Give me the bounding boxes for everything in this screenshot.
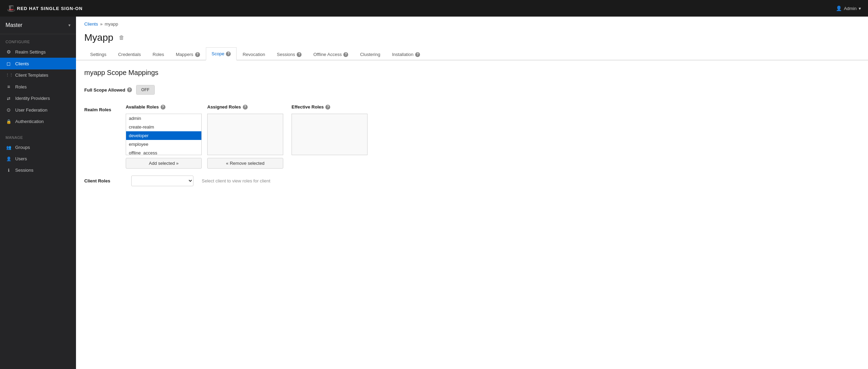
tab-installation[interactable]: Installation ? (386, 48, 426, 60)
configure-section-label: Configure (0, 34, 76, 46)
breadcrumb: Clients » myapp (76, 17, 868, 27)
tab-sessions[interactable]: Sessions ? (271, 48, 308, 60)
roles-icon: ≡ (6, 84, 12, 89)
full-scope-toggle[interactable]: OFF (136, 85, 155, 95)
sidebar-item-realm-settings[interactable]: ⚙ Realm Settings (0, 46, 76, 58)
assigned-roles-col: Assigned Roles ? « Remove selected (207, 104, 283, 169)
groups-icon: 👥 (6, 145, 12, 150)
realm-settings-icon: ⚙ (6, 49, 12, 55)
sidebar-item-label: Client Templates (15, 73, 48, 78)
sidebar-item-label: Identity Providers (15, 96, 50, 101)
tab-clustering[interactable]: Clustering (354, 48, 386, 60)
tab-settings[interactable]: Settings (84, 48, 112, 60)
realm-roles-section: Realm Roles Available Roles ? admin crea… (84, 104, 860, 169)
top-nav: 🎩 RED HAT SINGLE SIGN-ON 👤 Admin ▾ (0, 0, 868, 17)
page-header: Myapp 🗑 (76, 27, 868, 43)
tab-credentials[interactable]: Credentials (112, 48, 147, 60)
sidebar-item-authentication[interactable]: 🔒 Authentication (0, 116, 76, 127)
section-title: myapp Scope Mappings (84, 69, 860, 77)
assigned-roles-header: Assigned Roles ? (207, 104, 283, 110)
sidebar-item-label: Sessions (15, 168, 34, 173)
scope-help-icon: ? (226, 51, 231, 56)
assigned-roles-listbox[interactable] (207, 114, 283, 155)
user-name: Admin (844, 6, 857, 11)
tab-offline-access[interactable]: Offline Access ? (307, 48, 354, 60)
clients-icon: ◻ (6, 61, 12, 66)
trash-icon: 🗑 (119, 35, 124, 40)
user-federation-icon: ⊙ (6, 107, 12, 113)
page-title: Myapp (84, 32, 113, 43)
client-roles-section: Client Roles Select client to view roles… (84, 176, 860, 186)
tab-revocation[interactable]: Revocation (237, 48, 271, 60)
installation-help-icon: ? (415, 52, 420, 57)
assigned-roles-help-icon: ? (243, 105, 248, 110)
sidebar-item-user-federation[interactable]: ⊙ User Federation (0, 104, 76, 116)
client-roles-label: Client Roles (84, 178, 126, 183)
breadcrumb-separator: » (100, 21, 103, 27)
brand-name: RED HAT SINGLE SIGN-ON (17, 6, 83, 11)
client-roles-hint: Select client to view roles for client (202, 178, 270, 183)
effective-roles-help-icon: ? (325, 105, 330, 110)
sidebar-item-label: User Federation (15, 107, 47, 113)
client-roles-dropdown[interactable] (131, 176, 193, 186)
available-roles-header: Available Roles ? (126, 104, 202, 110)
manage-section-label: Manage (0, 130, 76, 142)
effective-roles-col: Effective Roles ? (292, 104, 368, 155)
sidebar-item-roles[interactable]: ≡ Roles (0, 81, 76, 93)
available-roles-col: Available Roles ? admin create-realm dev… (126, 104, 202, 169)
delete-button[interactable]: 🗑 (117, 33, 126, 42)
sessions-icon: ℹ (6, 168, 12, 173)
client-templates-icon: ⋮⋮ (6, 73, 12, 77)
sidebar-item-label: Realm Settings (15, 49, 46, 55)
sidebar-item-identity-providers[interactable]: ⇄ Identity Providers (0, 93, 76, 104)
mappers-help-icon: ? (195, 52, 200, 57)
identity-providers-icon: ⇄ (6, 96, 12, 101)
list-item[interactable]: employee (126, 140, 201, 149)
user-icon: 👤 (836, 6, 842, 11)
list-item[interactable]: offline_access (126, 149, 201, 155)
full-scope-row: Full Scope Allowed ? OFF (84, 85, 860, 95)
offline-access-help-icon: ? (343, 52, 348, 57)
hat-icon: 🎩 (7, 4, 16, 12)
brand-logo: 🎩 RED HAT SINGLE SIGN-ON (7, 4, 83, 12)
full-scope-help-icon: ? (127, 87, 132, 92)
user-dropdown-icon: ▾ (859, 6, 861, 11)
remove-selected-button[interactable]: « Remove selected (207, 158, 283, 169)
tab-scope[interactable]: Scope ? (206, 47, 237, 60)
sessions-help-icon: ? (297, 52, 302, 57)
realm-selector[interactable]: Master ▾ (0, 17, 76, 34)
sidebar-item-client-templates[interactable]: ⋮⋮ Client Templates (0, 69, 76, 81)
sidebar: Master ▾ Configure ⚙ Realm Settings ◻ Cl… (0, 17, 76, 369)
tabs-bar: Settings Credentials Roles Mappers ? Sco… (76, 47, 868, 60)
sidebar-item-label: Clients (15, 61, 29, 66)
tab-roles[interactable]: Roles (147, 48, 170, 60)
list-item[interactable]: admin (126, 114, 201, 123)
breadcrumb-clients-link[interactable]: Clients (84, 21, 98, 27)
toggle-off-state: OFF (136, 85, 154, 94)
user-menu[interactable]: 👤 Admin ▾ (836, 6, 861, 11)
sidebar-item-clients[interactable]: ◻ Clients (0, 58, 76, 69)
users-icon: 👤 (6, 157, 12, 161)
add-selected-button[interactable]: Add selected » (126, 158, 202, 169)
breadcrumb-current: myapp (105, 21, 118, 27)
sidebar-item-sessions[interactable]: ℹ Sessions (0, 164, 76, 176)
full-scope-label: Full Scope Allowed ? (84, 87, 132, 93)
realm-chevron: ▾ (68, 23, 70, 28)
main-content: Clients » myapp Myapp 🗑 Settings Credent… (76, 17, 868, 369)
sidebar-item-users[interactable]: 👤 Users (0, 153, 76, 164)
authentication-icon: 🔒 (6, 119, 12, 124)
effective-roles-header: Effective Roles ? (292, 104, 368, 110)
sidebar-item-label: Authentication (15, 119, 44, 124)
effective-roles-listbox (292, 114, 368, 155)
available-roles-help-icon: ? (161, 105, 165, 110)
content-area: myapp Scope Mappings Full Scope Allowed … (76, 60, 868, 195)
list-item[interactable]: create-realm (126, 123, 201, 131)
client-roles-select-wrap (131, 176, 193, 186)
list-item-selected[interactable]: developer (126, 131, 201, 140)
tab-mappers[interactable]: Mappers ? (170, 48, 206, 60)
available-roles-listbox[interactable]: admin create-realm developer employee of… (126, 114, 202, 155)
realm-roles-label: Realm Roles (84, 104, 126, 112)
realm-name: Master (6, 22, 22, 28)
sidebar-item-groups[interactable]: 👥 Groups (0, 142, 76, 153)
sidebar-item-label: Roles (15, 84, 27, 89)
